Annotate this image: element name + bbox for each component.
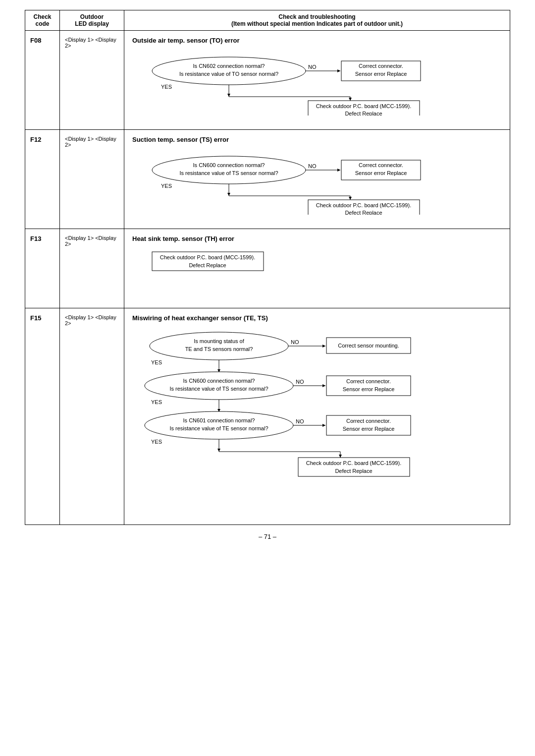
diagram-f12: Suction temp. sensor (TS) error Is CN600… (124, 130, 510, 229)
svg-text:Is resistance value of TS sens: Is resistance value of TS sensor normal? (169, 386, 268, 392)
svg-text:Is mounting status of: Is mounting status of (194, 338, 244, 344)
svg-text:Sensor error    Replace: Sensor error Replace (343, 426, 395, 432)
code-f12: F12 (25, 130, 60, 229)
table-row-f12: F12 <Display 1> <Display 2> Suction temp… (25, 130, 510, 229)
header-col3-line2: (Item without special mention Indicates … (129, 20, 505, 27)
main-table: Checkcode OutdoorLED display Check and t… (25, 10, 510, 525)
title-f08: Outside air temp. sensor (TO) error (132, 37, 502, 44)
svg-text:Check outdoor P.C. board (MCC-: Check outdoor P.C. board (MCC-1599). (316, 103, 411, 109)
svg-text:TE and TS sensors normal?: TE and TS sensors normal? (185, 346, 253, 352)
diagram-f15: Miswiring of heat exchanger sensor (TE, … (124, 308, 510, 524)
code-f15: F15 (25, 308, 60, 524)
code-label-f08: F08 (30, 37, 41, 44)
page-number: – 71 – (259, 533, 276, 540)
svg-text:Correct connector.: Correct connector. (359, 162, 403, 168)
svg-text:NO: NO (291, 339, 299, 345)
svg-text:Is CN601 connection normal?: Is CN601 connection normal? (183, 417, 255, 423)
code-f13: F13 (25, 229, 60, 308)
svg-text:Is resistance value of TE sens: Is resistance value of TE sensor normal? (169, 425, 268, 431)
svg-text:Defect    Replace: Defect Replace (335, 468, 372, 474)
outdoor-label-f08: <Display 1> <Display 2> (65, 37, 116, 49)
page-number-label: – 71 – (259, 533, 276, 540)
svg-text:Is CN600 connection normal?: Is CN600 connection normal? (193, 162, 265, 168)
svg-text:Sensor error    Replace: Sensor error Replace (355, 170, 407, 176)
table-header: Checkcode OutdoorLED display Check and t… (25, 10, 510, 31)
outdoor-label-f12: <Display 1> <Display 2> (65, 136, 116, 148)
header-outdoor: OutdoorLED display (60, 10, 124, 30)
svg-text:Defect    Replace: Defect Replace (345, 111, 382, 116)
outdoor-f13: <Display 1> <Display 2> (60, 229, 124, 308)
table-row-f08: F08 <Display 1> <Display 2> Outside air … (25, 31, 510, 130)
diagram-f13: Heat sink temp. sensor (TH) error Check … (124, 229, 510, 308)
svg-text:NO: NO (296, 418, 304, 424)
code-label-f12: F12 (30, 136, 41, 143)
header-col3-line1: Check and troubleshooting (129, 13, 505, 20)
svg-text:Correct connector.: Correct connector. (346, 378, 391, 384)
header-check-code: Checkcode (25, 10, 60, 30)
svg-text:YES: YES (161, 183, 172, 189)
outdoor-label-f15: <Display 1> <Display 2> (65, 314, 116, 326)
title-f12: Suction temp. sensor (TS) error (132, 136, 502, 143)
svg-text:YES: YES (151, 439, 162, 445)
outdoor-label-f13: <Display 1> <Display 2> (65, 235, 116, 247)
code-f08: F08 (25, 31, 60, 129)
flowchart-f08: Is CN602 connection normal? Is resistanc… (132, 51, 439, 116)
table-row-f13: F13 <Display 1> <Display 2> Heat sink te… (25, 229, 510, 308)
svg-text:Is resistance value of TO sens: Is resistance value of TO sensor normal? (179, 71, 278, 77)
svg-text:Is resistance value of TS sens: Is resistance value of TS sensor normal? (179, 170, 278, 176)
svg-text:NO: NO (308, 64, 317, 70)
svg-text:Correct connector.: Correct connector. (359, 63, 403, 69)
svg-text:YES: YES (161, 84, 172, 90)
svg-text:Check outdoor P.C. board (MCC-: Check outdoor P.C. board (MCC-1599). (306, 460, 401, 466)
svg-text:Check outdoor P.C. board (MCC-: Check outdoor P.C. board (MCC-1599). (316, 202, 411, 208)
outdoor-f15: <Display 1> <Display 2> (60, 308, 124, 524)
table-row-f15: F15 <Display 1> <Display 2> Miswiring of… (25, 308, 510, 524)
svg-text:Correct connector.: Correct connector. (346, 418, 391, 424)
code-label-f13: F13 (30, 235, 41, 242)
title-f13: Heat sink temp. sensor (TH) error (132, 235, 502, 242)
header-check-trouble: Check and troubleshooting (Item without … (124, 10, 510, 30)
flowchart-f15: Is mounting status of TE and TS sensors … (132, 329, 449, 517)
flowchart-f12: Is CN600 connection normal? Is resistanc… (132, 150, 439, 215)
svg-text:Defect    Replace: Defect Replace (189, 262, 226, 268)
outdoor-f08: <Display 1> <Display 2> (60, 31, 124, 129)
flowchart-f13: Check outdoor P.C. board (MCC-1599). Def… (132, 249, 330, 279)
outdoor-f12: <Display 1> <Display 2> (60, 130, 124, 229)
svg-text:Sensor error    Replace: Sensor error Replace (343, 386, 395, 392)
svg-text:Correct sensor mounting.: Correct sensor mounting. (338, 343, 399, 349)
svg-text:Check outdoor P.C. board (MCC-: Check outdoor P.C. board (MCC-1599). (160, 254, 255, 260)
title-f15: Miswiring of heat exchanger sensor (TE, … (132, 314, 502, 322)
svg-text:NO: NO (296, 379, 304, 385)
diagram-f08: Outside air temp. sensor (TO) error Is C… (124, 31, 510, 129)
svg-text:NO: NO (308, 163, 317, 169)
svg-text:Defect    Replace: Defect Replace (345, 210, 382, 215)
svg-text:YES: YES (151, 399, 162, 405)
svg-text:YES: YES (151, 359, 162, 365)
code-label-f15: F15 (30, 314, 41, 322)
svg-text:Is CN602 connection normal?: Is CN602 connection normal? (193, 63, 265, 69)
svg-text:Is CN600 connection normal?: Is CN600 connection normal? (183, 378, 255, 384)
svg-text:Sensor error    Replace: Sensor error Replace (355, 71, 407, 77)
